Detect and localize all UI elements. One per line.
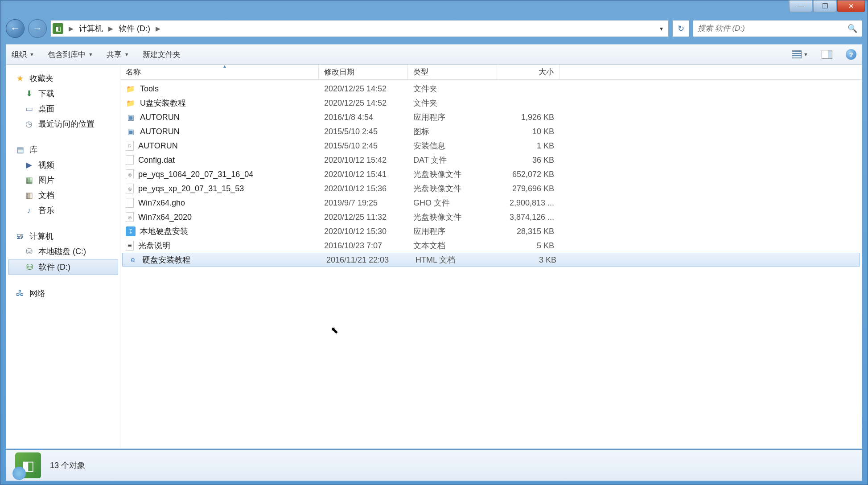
status-bar: ◧ 13 个对象	[6, 450, 862, 481]
sidebar-item-recent[interactable]: ◷最近访问的位置	[6, 116, 120, 132]
sidebar-network-header[interactable]: 🖧网络	[6, 286, 120, 301]
file-date: 2020/12/25 14:52	[319, 99, 408, 108]
file-size: 2,900,813 ...	[497, 198, 559, 208]
chevron-right-icon[interactable]: ▶	[66, 25, 76, 32]
library-icon: ▤	[15, 145, 25, 155]
file-type-icon: ◎	[126, 212, 134, 222]
file-name: Win7x64.gho	[138, 198, 185, 208]
file-row[interactable]: 📁Tools2020/12/25 14:52文件夹	[120, 82, 862, 96]
file-date: 2016/10/23 7:07	[319, 241, 408, 251]
sidebar-item-pictures[interactable]: ▦图片	[6, 173, 120, 188]
file-date: 2020/12/25 14:52	[319, 84, 408, 94]
column-header-type[interactable]: 类型	[408, 65, 497, 79]
help-button[interactable]: ?	[846, 49, 856, 60]
include-library-menu[interactable]: 包含到库中▼	[48, 49, 93, 60]
video-icon: ▶	[24, 160, 34, 170]
file-type: 图标	[408, 126, 497, 137]
chevron-right-icon[interactable]: ▶	[153, 25, 163, 32]
file-date: 2016/11/21 22:03	[321, 255, 410, 265]
file-date: 2020/10/12 15:36	[319, 184, 408, 193]
file-size: 279,696 KB	[497, 184, 559, 193]
file-size: 652,072 KB	[497, 170, 559, 179]
chevron-down-icon: ▼	[88, 52, 93, 57]
file-row[interactable]: ≡光盘说明2016/10/23 7:07文本文档5 KB	[120, 238, 862, 253]
file-row[interactable]: ⎘AUTORUN2015/5/10 2:45安装信息1 KB	[120, 139, 862, 153]
file-row[interactable]: ▣AUTORUN2015/5/10 2:45图标10 KB	[120, 124, 862, 139]
file-type: 应用程序	[408, 226, 497, 237]
sidebar-item-videos[interactable]: ▶视频	[6, 157, 120, 173]
file-type-icon	[126, 155, 134, 165]
file-row[interactable]: ↧本地硬盘安装2020/10/12 15:30应用程序28,315 KB	[120, 224, 862, 238]
file-row[interactable]: ▣AUTORUN2016/1/8 4:54应用程序1,926 KB	[120, 110, 862, 124]
column-headers: ▲名称 修改日期 类型 大小	[120, 65, 862, 80]
file-type-icon: e	[128, 255, 138, 265]
column-header-name[interactable]: ▲名称	[120, 65, 319, 79]
list-view-icon	[792, 50, 802, 58]
view-mode-button[interactable]: ▼	[792, 50, 808, 58]
minimize-button[interactable]: —	[789, 0, 812, 12]
column-header-date[interactable]: 修改日期	[319, 65, 408, 79]
drive-icon: ◧	[53, 23, 63, 34]
file-row[interactable]: ◎pe_yqs_xp_20_07_31_15_532020/10/12 15:3…	[120, 181, 862, 196]
sidebar-favorites-header[interactable]: ★收藏夹	[6, 71, 120, 86]
file-date: 2015/5/10 2:45	[319, 127, 408, 136]
sidebar-computer-header[interactable]: 🖳计算机	[6, 229, 120, 244]
toolbar: 组织▼ 包含到库中▼ 共享▼ 新建文件夹 ▼ ?	[6, 44, 862, 65]
address-dropdown-icon[interactable]: ▾	[656, 25, 666, 32]
file-date: 2020/10/12 15:30	[319, 227, 408, 236]
file-date: 2020/12/25 11:32	[319, 213, 408, 222]
file-size: 10 KB	[497, 127, 559, 136]
maximize-button[interactable]: ❐	[813, 0, 836, 12]
close-button[interactable]: ✕	[837, 0, 865, 12]
sidebar-item-desktop[interactable]: ▭桌面	[6, 101, 120, 116]
file-type: 光盘映像文件	[408, 169, 497, 180]
file-type-icon: ≡	[126, 241, 134, 251]
sidebar-item-software-d[interactable]: ⛁软件 (D:)	[8, 259, 118, 275]
refresh-button[interactable]: ↻	[672, 20, 689, 37]
chevron-right-icon[interactable]: ▶	[106, 25, 116, 32]
sidebar-item-downloads[interactable]: ⬇下载	[6, 86, 120, 101]
column-header-size[interactable]: 大小	[497, 65, 559, 79]
picture-icon: ▦	[24, 175, 34, 185]
search-box[interactable]: 🔍	[693, 20, 862, 37]
file-name: AUTORUN	[140, 113, 180, 122]
file-row[interactable]: ◎Win7x64_20202020/12/25 11:32光盘映像文件3,874…	[120, 210, 862, 224]
sidebar-libraries-header[interactable]: ▤库	[6, 142, 120, 157]
search-input[interactable]	[698, 24, 847, 33]
file-size: 5 KB	[497, 241, 559, 251]
search-icon[interactable]: 🔍	[847, 24, 857, 33]
file-type-icon: ⎘	[126, 141, 134, 151]
forward-button[interactable]: →	[28, 19, 47, 38]
sidebar-item-local-disk-c[interactable]: ⛁本地磁盘 (C:)	[6, 244, 120, 259]
file-list[interactable]: 📁Tools2020/12/25 14:52文件夹📁U盘安装教程2020/12/…	[120, 80, 862, 448]
libraries-group: ▤库 ▶视频 ▦图片 ▥文档 ♪音乐	[6, 142, 120, 218]
file-row[interactable]: Config.dat2020/10/12 15:42DAT 文件36 KB	[120, 153, 862, 167]
breadcrumb-drive[interactable]: 软件 (D:)	[116, 21, 153, 37]
computer-icon: 🖳	[15, 231, 25, 241]
organize-menu[interactable]: 组织▼	[12, 49, 34, 60]
sidebar-item-documents[interactable]: ▥文档	[6, 188, 120, 203]
sidebar-item-music[interactable]: ♪音乐	[6, 203, 120, 218]
back-button[interactable]: ←	[6, 19, 25, 38]
titlebar: — ❐ ✕	[0, 0, 868, 16]
new-folder-button[interactable]: 新建文件夹	[143, 49, 181, 60]
desktop-icon: ▭	[24, 104, 34, 114]
file-type: GHO 文件	[408, 197, 497, 208]
address-bar[interactable]: ◧ ▶ 计算机 ▶ 软件 (D:) ▶ ▾	[50, 20, 669, 37]
file-name: U盘安装教程	[140, 98, 186, 108]
preview-pane-icon	[822, 50, 832, 59]
document-icon: ▥	[24, 190, 34, 200]
file-type: DAT 文件	[408, 155, 497, 165]
download-icon: ⬇	[24, 89, 34, 99]
share-menu[interactable]: 共享▼	[107, 49, 129, 60]
file-name: 硬盘安装教程	[142, 255, 190, 265]
breadcrumb-computer[interactable]: 计算机	[76, 21, 106, 37]
file-type-icon: ▣	[126, 112, 136, 122]
file-row[interactable]: e硬盘安装教程2016/11/21 22:03HTML 文档3 KB	[122, 253, 860, 267]
file-row[interactable]: Win7x64.gho2019/9/7 19:25GHO 文件2,900,813…	[120, 196, 862, 210]
file-row[interactable]: ◎pe_yqs_1064_20_07_31_16_042020/10/12 15…	[120, 167, 862, 181]
file-row[interactable]: 📁U盘安装教程2020/12/25 14:52文件夹	[120, 96, 862, 110]
navigation-pane: ★收藏夹 ⬇下载 ▭桌面 ◷最近访问的位置 ▤库 ▶视频 ▦图片 ▥文档 ♪音乐…	[6, 65, 120, 448]
content-area: ★收藏夹 ⬇下载 ▭桌面 ◷最近访问的位置 ▤库 ▶视频 ▦图片 ▥文档 ♪音乐…	[6, 65, 862, 449]
preview-pane-button[interactable]	[822, 50, 832, 59]
